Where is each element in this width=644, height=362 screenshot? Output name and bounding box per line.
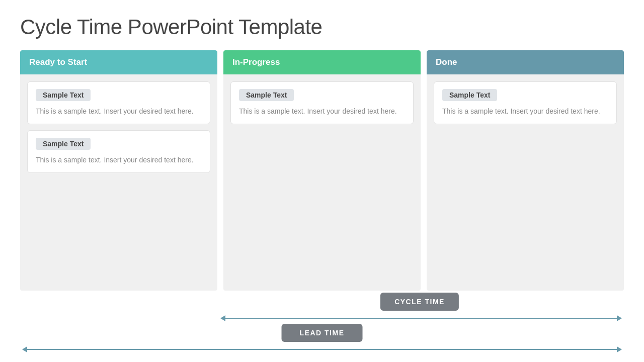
card-text-ready-1: This is a sample text. Insert your desir… xyxy=(36,106,202,117)
page-title: Cycle Time PowerPoint Template xyxy=(20,15,624,39)
cycle-time-arrow xyxy=(224,318,618,319)
cycle-time-section: CYCLE TIME xyxy=(20,293,624,323)
column-body-ready: Sample Text This is a sample text. Inser… xyxy=(20,74,217,291)
card-done-1: Sample Text This is a sample text. Inser… xyxy=(434,81,617,124)
card-title-done-1: Sample Text xyxy=(442,89,497,101)
card-inprogress-1: Sample Text This is a sample text. Inser… xyxy=(230,81,414,124)
columns-wrapper: Ready to Start Sample Text This is a sam… xyxy=(20,50,624,291)
card-title-ready-1: Sample Text xyxy=(36,89,91,101)
column-done: Done Sample Text This is a sample text. … xyxy=(427,50,624,291)
column-inprogress: In-Progress Sample Text This is a sample… xyxy=(223,50,421,291)
column-ready: Ready to Start Sample Text This is a sam… xyxy=(20,50,217,291)
lead-time-arrow xyxy=(26,349,618,350)
lead-time-button[interactable]: LEAD TIME xyxy=(282,324,363,342)
page-wrapper: Cycle Time PowerPoint Template Ready to … xyxy=(0,0,644,362)
card-text-inprogress-1: This is a sample text. Insert your desir… xyxy=(239,106,405,117)
column-header-inprogress: In-Progress xyxy=(223,50,421,74)
column-header-ready: Ready to Start xyxy=(20,50,217,74)
card-ready-2: Sample Text This is a sample text. Inser… xyxy=(27,130,210,173)
card-ready-1: Sample Text This is a sample text. Inser… xyxy=(27,81,210,124)
column-header-done: Done xyxy=(427,50,624,74)
column-body-inprogress: Sample Text This is a sample text. Inser… xyxy=(223,74,421,291)
lead-time-section: LEAD TIME xyxy=(20,324,624,352)
card-title-ready-2: Sample Text xyxy=(36,138,91,150)
cycle-time-button[interactable]: CYCLE TIME xyxy=(380,293,459,311)
card-text-done-1: This is a sample text. Insert your desir… xyxy=(442,106,608,117)
card-title-inprogress-1: Sample Text xyxy=(239,89,294,101)
card-text-ready-2: This is a sample text. Insert your desir… xyxy=(36,155,202,165)
column-body-done: Sample Text This is a sample text. Inser… xyxy=(427,74,624,291)
